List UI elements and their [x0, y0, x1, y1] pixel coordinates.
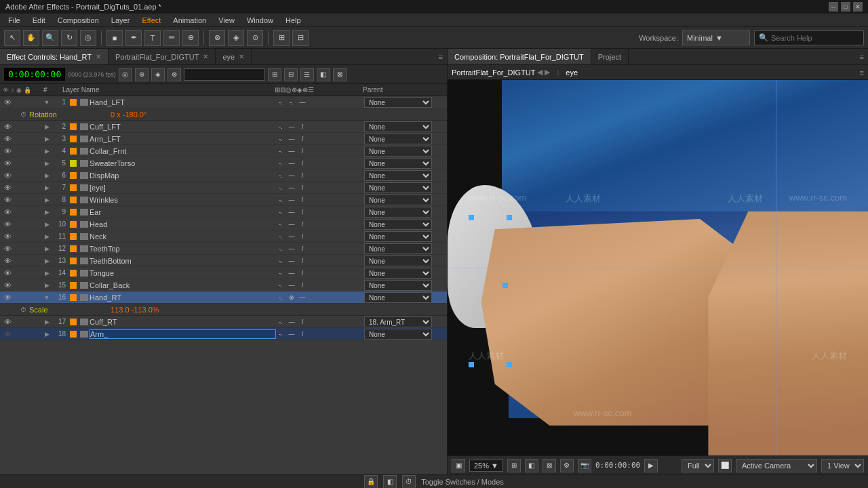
layer-row[interactable]: 👁 ▶ 11 Neck -. — / None — [0, 230, 447, 243]
comp-region-btn[interactable]: ▣ — [452, 459, 465, 472]
switch-6-2[interactable]: — — [287, 171, 296, 180]
tab-eye-close[interactable]: ✕ — [239, 53, 244, 60]
switch-14-1[interactable]: -. — [276, 268, 285, 278]
switch-14-2[interactable]: — — [287, 268, 296, 278]
parent-select-10[interactable]: None — [364, 219, 432, 230]
switch-7-2[interactable]: — — [287, 183, 296, 192]
switch-10-2[interactable]: — — [287, 220, 296, 229]
status-lock-btn[interactable]: 🔒 — [364, 475, 378, 489]
switch-12-3[interactable]: / — [298, 244, 307, 253]
switch-2-2[interactable]: — — [287, 122, 296, 131]
keyframe-point-1[interactable] — [469, 215, 474, 220]
switch-14-3[interactable]: / — [298, 268, 307, 278]
layer-row[interactable]: 👁 ▶ 9 Ear -. — / None — [0, 206, 447, 218]
menu-effect[interactable]: Effect — [136, 15, 166, 26]
layer-row-editing[interactable]: 👁 ▶ 18 Arm_ -. — / None — [0, 328, 447, 340]
switch-13-3[interactable]: / — [298, 256, 307, 266]
tool-roto[interactable]: ⊙ — [247, 30, 263, 46]
switch-11-1[interactable]: -. — [276, 232, 285, 241]
tool-pin[interactable]: ◈ — [228, 30, 244, 46]
layer-name-17[interactable]: Cuff_RT — [90, 318, 276, 326]
views-select[interactable]: 1 View — [821, 459, 864, 472]
parent-select-6[interactable]: None — [364, 170, 432, 181]
layer-row[interactable]: 👁 ▶ 6 DispMap -. — / None — [0, 169, 447, 182]
layer-name-9[interactable]: Ear — [90, 208, 276, 216]
layer-expand-9[interactable]: ▶ — [42, 209, 52, 216]
layer-vis-2[interactable]: 👁 — [1, 123, 14, 131]
tool-zoom[interactable]: 🔍 — [42, 30, 58, 46]
layer-expand-11[interactable]: ▶ — [42, 233, 52, 240]
switch-11-2[interactable]: — — [287, 232, 296, 241]
menu-animation[interactable]: Animation — [167, 15, 212, 26]
layer-name-2[interactable]: Cuff_LFT — [90, 123, 276, 131]
layer-vis-5[interactable]: 👁 — [1, 159, 14, 167]
comp-3d-btn[interactable]: ⊠ — [542, 459, 556, 472]
switch-16-1[interactable]: -. — [276, 293, 285, 302]
layer-search-input[interactable] — [184, 68, 265, 81]
switch-5-3[interactable]: / — [298, 159, 307, 168]
parent-select-5[interactable]: None — [364, 158, 432, 169]
tool-shape[interactable]: ■ — [106, 30, 123, 46]
layer-name-11[interactable]: Neck — [90, 232, 276, 241]
tool-hand[interactable]: ✋ — [23, 30, 39, 46]
layer-expand-15[interactable]: ▶ — [42, 282, 52, 289]
switch-8-3[interactable]: / — [298, 195, 307, 205]
workspace-dropdown[interactable]: Minimal ▼ — [682, 30, 750, 45]
switch-15-2[interactable]: — — [287, 281, 296, 290]
tool-align2[interactable]: ⊟ — [292, 30, 309, 46]
switch-13-1[interactable]: -. — [276, 256, 285, 266]
layer-expand-10[interactable]: ▶ — [42, 221, 52, 228]
switch-17-2[interactable]: — — [287, 317, 296, 327]
layer-name-4[interactable]: Collar_Frnt — [90, 147, 276, 155]
layer-name-5[interactable]: SweaterTorso — [90, 159, 276, 167]
window-controls[interactable]: ─ □ ✕ — [829, 2, 863, 12]
camera-select[interactable]: Active Camera — [736, 459, 817, 472]
comp-tab-portrait[interactable]: Composition: PortraitFlat_For_DIGTUT — [448, 49, 591, 64]
switch-18-3[interactable]: / — [298, 329, 307, 339]
switch-1-3[interactable]: — — [298, 98, 307, 107]
switch-16-2[interactable]: ⊕ — [287, 293, 296, 302]
switch-8-2[interactable]: — — [287, 195, 296, 205]
layer-vis-16[interactable]: 👁 — [1, 293, 14, 302]
keyframe-point-4[interactable] — [469, 362, 474, 367]
parent-select-11[interactable]: None — [364, 231, 432, 242]
layer-name-18[interactable]: Arm_ — [90, 329, 276, 339]
tool-camera[interactable]: ◎ — [80, 30, 96, 46]
menu-layer[interactable]: Layer — [106, 15, 136, 26]
layer-vis-9[interactable]: 👁 — [1, 208, 14, 216]
comp-play-btn[interactable]: ▶ — [644, 459, 658, 472]
layer-expand-13[interactable]: ▶ — [42, 258, 52, 264]
tab-effect-controls-close[interactable]: ✕ — [96, 53, 101, 60]
switch-9-3[interactable]: / — [298, 207, 307, 217]
switch-16-3[interactable]: — — [298, 293, 307, 302]
layer-row[interactable]: 👁 ▼ 1 Hand_LFT -. -. — None — [0, 96, 447, 108]
layer-row[interactable]: 👁 ▶ 14 Tongue -. — / None — [0, 267, 447, 279]
parent-select-7[interactable]: None — [364, 182, 432, 193]
menu-file[interactable]: File — [3, 15, 26, 26]
layer-expand-17[interactable]: ▶ — [42, 319, 52, 325]
layer-row[interactable]: 👁 ▶ 2 Cuff_LFT -. — / None — [0, 121, 447, 133]
status-clock-btn[interactable]: ⏱ — [402, 475, 416, 489]
parent-select-8[interactable]: None — [364, 195, 432, 205]
parent-select-13[interactable]: None — [364, 256, 432, 266]
switch-15-3[interactable]: / — [298, 281, 307, 290]
menu-view[interactable]: View — [213, 15, 240, 26]
parent-select-12[interactable]: None — [364, 243, 432, 254]
switch-17-1[interactable]: -. — [276, 317, 285, 327]
layer-expand-4[interactable]: ▶ — [42, 148, 52, 155]
layer-vis-1[interactable]: 👁 — [1, 98, 14, 106]
parent-select-2[interactable]: None — [364, 121, 432, 132]
layer-expand-18[interactable]: ▶ — [42, 331, 52, 338]
switch-10-1[interactable]: -. — [276, 220, 285, 229]
switch-2-1[interactable]: -. — [276, 122, 285, 131]
switch-13-2[interactable]: — — [287, 256, 296, 266]
parent-select-16[interactable]: None — [364, 292, 432, 303]
search-box[interactable]: 🔍 — [754, 30, 864, 45]
switch-2-3[interactable]: / — [298, 122, 307, 131]
tl-btn-8[interactable]: ◧ — [317, 68, 330, 81]
layer-vis-12[interactable]: 👁 — [1, 245, 14, 253]
tool-clone[interactable]: ⊕ — [182, 30, 199, 46]
status-comp-btn[interactable]: ◧ — [383, 475, 397, 489]
menu-help[interactable]: Help — [280, 15, 307, 26]
keyframe-point-2[interactable] — [507, 215, 512, 220]
